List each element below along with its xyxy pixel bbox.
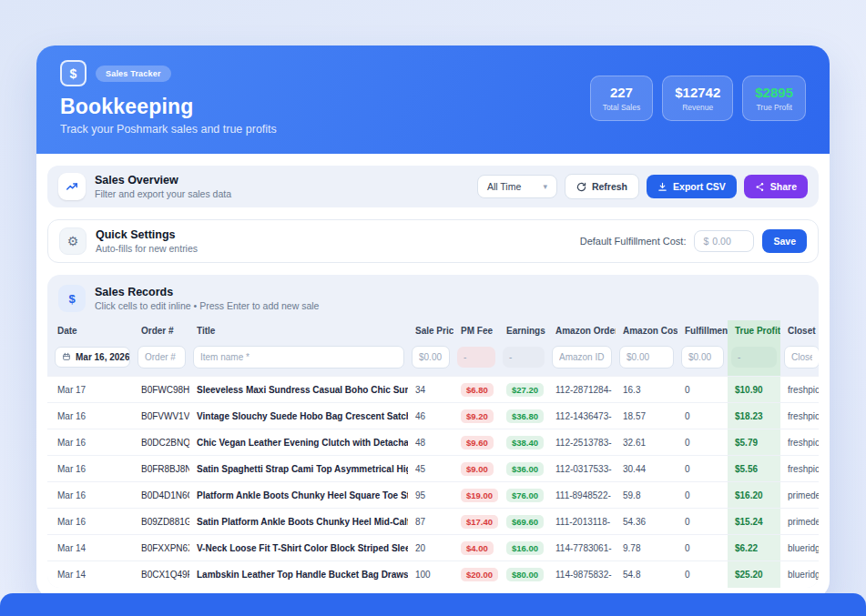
cell-order-number[interactable]: B0FR8BJ8NF: [134, 456, 189, 482]
fulfillment-input[interactable]: [681, 346, 724, 369]
cell-date[interactable]: Mar 16: [47, 509, 134, 535]
cell-fulfillment[interactable]: 0: [678, 535, 728, 561]
cell-fulfillment[interactable]: 0: [678, 482, 728, 509]
cell-order-number[interactable]: B0CX1Q49R: [134, 561, 189, 588]
fulfillment-cost-field[interactable]: $: [694, 230, 754, 252]
cell-fulfillment[interactable]: 0: [678, 377, 728, 403]
cell-earnings: $36.80: [499, 403, 548, 429]
sales-overview-bar: Sales Overview Filter and export your sa…: [47, 166, 819, 207]
table-row[interactable]: Mar 16 B0D4D1N6C Platform Ankle Boots Ch…: [47, 482, 819, 509]
cell-amazon-cost[interactable]: 9.78: [616, 535, 678, 561]
cell-closet[interactable]: primedealy: [780, 482, 819, 509]
cell-sale-price[interactable]: 48: [408, 429, 453, 456]
cell-sale-price[interactable]: 45: [408, 456, 453, 482]
sale-price-input[interactable]: [412, 346, 450, 369]
cell-sale-price[interactable]: 20: [408, 535, 453, 561]
col-amazon-cost: Amazon Cost: [616, 320, 678, 341]
col-date: Date: [47, 320, 134, 341]
cell-order-number[interactable]: B0DC2BNQ5: [134, 429, 189, 456]
cell-fulfillment[interactable]: 0: [678, 509, 728, 535]
cell-true-profit: $16.20: [728, 482, 780, 509]
cell-sale-price[interactable]: 87: [408, 509, 453, 535]
cell-order-number[interactable]: B0D4D1N6C: [134, 482, 189, 509]
cell-date[interactable]: Mar 14: [47, 535, 134, 561]
cell-closet[interactable]: blueridgec: [780, 535, 819, 561]
date-picker[interactable]: Mar 16, 2026: [55, 347, 130, 368]
cell-closet[interactable]: blueridgec: [780, 561, 819, 588]
cell-title[interactable]: Vintage Slouchy Suede Hobo Bag Crescent …: [189, 403, 408, 429]
cell-pm-fee: $4.00: [453, 535, 499, 561]
table-row[interactable]: Mar 14 B0CX1Q49R Lambskin Leather Top Ha…: [47, 561, 819, 588]
records-subtitle: Click cells to edit inline • Press Enter…: [95, 300, 319, 311]
cell-amazon-order[interactable]: 112-1436473-: [548, 403, 616, 429]
cell-order-number[interactable]: B0FVWV1V1: [134, 403, 189, 429]
earnings-value: $76.00: [506, 489, 544, 502]
cell-closet[interactable]: freshpicked: [780, 403, 819, 429]
cell-order-number[interactable]: B09ZD881G: [134, 509, 189, 535]
cell-title[interactable]: V-Neck Loose Fit T-Shirt Color Block Str…: [189, 535, 408, 561]
cell-amazon-cost[interactable]: 18.57: [616, 403, 678, 429]
order-number-input[interactable]: [138, 346, 186, 369]
cell-closet[interactable]: freshpicked: [780, 429, 819, 456]
cell-closet[interactable]: freshpicked: [780, 377, 819, 403]
share-button[interactable]: Share: [744, 175, 808, 198]
cell-amazon-order[interactable]: 112-0317533-: [548, 456, 616, 482]
table-row[interactable]: Mar 16 B09ZD881G Satin Platform Ankle Bo…: [47, 509, 819, 535]
item-name-input[interactable]: [193, 346, 404, 369]
table-row[interactable]: Mar 16 B0DC2BNQ5 Chic Vegan Leather Even…: [47, 429, 819, 456]
cell-amazon-cost[interactable]: 54.36: [616, 509, 678, 535]
cell-date[interactable]: Mar 17: [47, 377, 134, 403]
save-button[interactable]: Save: [762, 229, 807, 253]
amazon-order-input[interactable]: [552, 346, 612, 369]
table-row[interactable]: Mar 14 B0FXXPN6X V-Neck Loose Fit T-Shir…: [47, 535, 819, 561]
cell-closet[interactable]: freshpicked: [780, 456, 819, 482]
footer-bar: [0, 593, 866, 616]
cell-date[interactable]: Mar 16: [47, 403, 134, 429]
cell-fulfillment[interactable]: 0: [678, 561, 728, 588]
cell-title[interactable]: Platform Ankle Boots Chunky Heel Square …: [189, 482, 408, 509]
dollar-glyph: $: [68, 292, 75, 306]
cell-sale-price[interactable]: 95: [408, 482, 453, 509]
time-filter-select[interactable]: All Time ▾: [477, 175, 557, 198]
cell-fulfillment[interactable]: 0: [678, 456, 728, 482]
cell-date[interactable]: Mar 16: [47, 456, 134, 482]
cell-pm-fee: $19.00: [453, 482, 499, 509]
cell-amazon-order[interactable]: 112-2513783-: [548, 429, 616, 456]
cell-order-number[interactable]: B0FWC98HF: [134, 377, 189, 403]
table-row[interactable]: Mar 17 B0FWC98HF Sleeveless Maxi Sundres…: [47, 377, 819, 403]
cell-date[interactable]: Mar 16: [47, 429, 134, 456]
cell-title[interactable]: Chic Vegan Leather Evening Clutch with D…: [189, 429, 408, 456]
cell-sale-price[interactable]: 34: [408, 377, 453, 403]
cell-closet[interactable]: primedealy: [780, 509, 819, 535]
table-row[interactable]: Mar 16 B0FR8BJ8NF Satin Spaghetti Strap …: [47, 456, 819, 482]
cell-amazon-order[interactable]: 112-2871284-: [548, 377, 616, 403]
export-csv-button[interactable]: Export CSV: [647, 175, 737, 198]
table-row[interactable]: Mar 16 B0FVWV1V1 Vintage Slouchy Suede H…: [47, 403, 819, 429]
bookkeeping-card: $ Sales Tracker Bookkeeping Track your P…: [36, 45, 830, 599]
cell-order-number[interactable]: B0FXXPN6X: [134, 535, 189, 561]
cell-sale-price[interactable]: 100: [408, 561, 453, 588]
cell-title[interactable]: Lambskin Leather Top Handle Bucket Bag D…: [189, 561, 408, 588]
cell-amazon-cost[interactable]: 16.3: [616, 377, 678, 403]
cell-fulfillment[interactable]: 0: [678, 403, 728, 429]
cell-fulfillment[interactable]: 0: [678, 429, 728, 456]
closet-input[interactable]: [784, 346, 819, 369]
cell-amazon-order[interactable]: 111-8948522-: [548, 482, 616, 509]
cell-amazon-cost[interactable]: 59.8: [616, 482, 678, 509]
cell-amazon-order[interactable]: 114-9875832-: [548, 561, 616, 588]
cell-sale-price[interactable]: 46: [408, 403, 453, 429]
fulfillment-cost-input[interactable]: [712, 236, 745, 247]
cell-title[interactable]: Satin Spaghetti Strap Cami Top Asymmetri…: [189, 456, 408, 482]
cell-amazon-cost[interactable]: 54.8: [616, 561, 678, 588]
cell-date[interactable]: Mar 14: [47, 561, 134, 588]
amazon-cost-input[interactable]: [619, 346, 674, 369]
cell-amazon-order[interactable]: 111-2013118-: [548, 509, 616, 535]
cell-amazon-cost[interactable]: 30.44: [616, 456, 678, 482]
cell-title[interactable]: Sleeveless Maxi Sundress Casual Boho Chi…: [189, 377, 408, 403]
cell-amazon-cost[interactable]: 32.61: [616, 429, 678, 456]
cell-amazon-order[interactable]: 114-7783061-: [548, 535, 616, 561]
cell-date[interactable]: Mar 16: [47, 482, 134, 509]
stat-value: 227: [603, 85, 641, 100]
refresh-button[interactable]: Refresh: [565, 174, 639, 199]
cell-title[interactable]: Satin Platform Ankle Boots Chunky Heel M…: [189, 509, 408, 535]
